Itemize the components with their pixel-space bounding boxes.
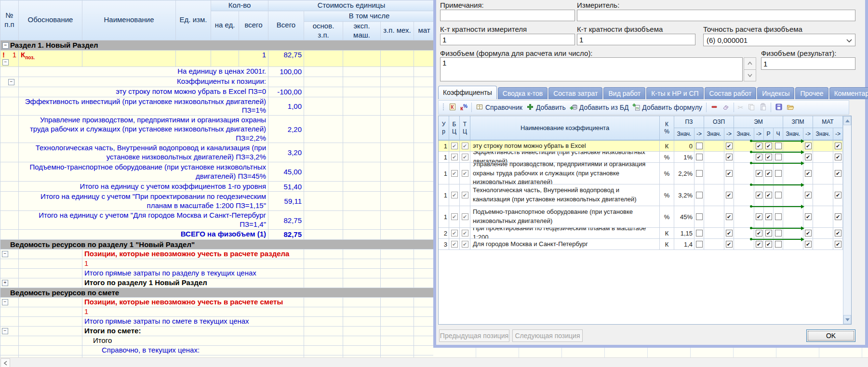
ozp-apply-checkbox[interactable]: ✔ (726, 170, 733, 177)
cell[interactable] (0, 336, 19, 345)
grid-cell[interactable] (734, 206, 754, 228)
row-label[interactable]: Итого (82, 336, 304, 345)
row-label[interactable]: Технологическая часть, Внутренний водопр… (19, 143, 268, 162)
cell[interactable] (0, 66, 19, 77)
coefficient-row-2[interactable]: 1✔✔Эффективность инвестиций (при установ… (439, 152, 843, 163)
row-value[interactable]: 100,00 (268, 66, 304, 77)
mult-volume-input[interactable] (577, 34, 695, 45)
pz-apply-checkbox[interactable] (696, 154, 703, 160)
zpm-apply-checkbox[interactable]: ✔ (805, 170, 812, 177)
row-value[interactable]: 3,20 (268, 143, 304, 162)
row-value[interactable]: 2,20 (268, 116, 304, 143)
grid-cell[interactable]: ✔ (833, 239, 843, 250)
section-label[interactable]: Раздел 1. Новый Раздел− (0, 40, 435, 50)
cell[interactable] (381, 297, 414, 307)
grid-cell[interactable]: ✔ (754, 228, 764, 239)
ozp-apply-checkbox[interactable]: ✔ (726, 230, 733, 236)
cell[interactable] (343, 50, 381, 66)
cell[interactable] (414, 326, 435, 336)
position-row[interactable]: !1−Кпоз.182,75 (0, 50, 435, 66)
level-cell[interactable]: 1 (439, 206, 449, 228)
cell[interactable] (381, 97, 414, 116)
bc-checkbox[interactable]: ✔ (451, 192, 458, 198)
grid-cell[interactable] (694, 152, 704, 163)
row-label[interactable]: Подъемно-транспортное оборудование (при … (19, 162, 268, 182)
position-basis[interactable]: Кпоз. (19, 50, 82, 66)
row-label[interactable]: Позиции, которые невозможно учесть в рас… (82, 249, 304, 259)
grid-cell[interactable] (734, 163, 754, 184)
level-cell[interactable]: 1 (439, 163, 449, 184)
grid-cell[interactable] (694, 206, 704, 228)
grid-cell[interactable]: ✔ (764, 206, 774, 228)
estimate-row[interactable]: Подъемно-транспортное оборудование (при … (0, 162, 435, 182)
mat-apply-checkbox[interactable]: ✔ (835, 143, 841, 149)
cell[interactable] (19, 345, 82, 355)
grid-cell[interactable] (813, 141, 833, 152)
grid-cell[interactable]: ✔ (803, 141, 813, 152)
horizontal-scrollbar[interactable] (0, 357, 868, 367)
section-row[interactable]: Раздел 1. Новый Раздел− (0, 40, 435, 50)
grid-cell[interactable]: ✔ (764, 184, 774, 206)
cell[interactable] (304, 345, 343, 355)
grid-vertical-scrollbar[interactable] (843, 116, 851, 324)
coefficient-name[interactable]: При проектировании по геодезическим план… (470, 228, 660, 239)
estimate-row[interactable]: Итого (0, 336, 435, 345)
grid-cell[interactable] (783, 206, 803, 228)
estimate-row[interactable]: 1 (0, 307, 435, 316)
position-quantity[interactable]: 1 (239, 50, 268, 66)
tab-5[interactable]: Состав работ (705, 87, 757, 99)
em-ch-checkbox[interactable] (775, 192, 782, 198)
cell[interactable] (414, 268, 435, 278)
cell[interactable] (381, 50, 414, 66)
kind-cell[interactable]: К (660, 239, 674, 250)
cell[interactable] (304, 278, 343, 288)
level-cell[interactable]: 1 (439, 152, 449, 163)
tc-checkbox[interactable]: ✔ (462, 143, 468, 149)
cell[interactable] (304, 143, 343, 162)
cell[interactable] (0, 259, 19, 268)
row-label[interactable]: 1 (82, 307, 304, 316)
row-value[interactable]: -100,00 (268, 87, 304, 97)
em-apply-checkbox[interactable]: ✔ (756, 154, 762, 160)
grid-cell[interactable] (813, 228, 833, 239)
section-label[interactable]: Ведомость ресурсов по разделу 1 "Новый Р… (0, 239, 435, 249)
bc-checkbox[interactable]: ✔ (451, 143, 458, 149)
cell[interactable] (414, 66, 435, 77)
level-cell[interactable]: 1 (439, 184, 449, 206)
tc-checkbox[interactable]: ✔ (462, 192, 468, 198)
row-value[interactable]: 59,11 (268, 192, 304, 211)
expander-icon[interactable]: − (8, 79, 14, 85)
row-value[interactable] (268, 77, 304, 87)
estimate-row[interactable]: −Коэффициенты к позиции: (0, 77, 435, 87)
pz-apply-checkbox[interactable] (696, 143, 703, 149)
cell[interactable] (19, 278, 82, 288)
pz-apply-checkbox[interactable] (696, 213, 703, 220)
grid-cell[interactable] (774, 152, 783, 163)
estimate-row[interactable]: −Позиции, которые невозможно учесть в ра… (0, 297, 435, 307)
cell[interactable] (0, 268, 19, 278)
cell[interactable] (0, 307, 19, 316)
cell[interactable] (343, 268, 381, 278)
cell[interactable] (304, 162, 343, 182)
tab-4[interactable]: К-ты к НР и СП (646, 87, 703, 99)
cell[interactable] (381, 77, 414, 87)
cell[interactable] (381, 87, 414, 97)
kind-cell[interactable]: % (660, 163, 674, 184)
previous-position-button[interactable]: Предыдущая позиция (439, 329, 509, 342)
grid-cell[interactable]: ✔ (754, 163, 764, 184)
cell[interactable] (304, 50, 343, 66)
row-value[interactable]: 1,00 (268, 97, 304, 116)
tab-7[interactable]: Прочее (795, 87, 828, 99)
expander-icon[interactable]: − (2, 299, 8, 305)
cell[interactable] (304, 182, 343, 192)
tc-checkbox[interactable]: ✔ (462, 154, 468, 160)
cell[interactable] (381, 307, 414, 316)
em-ch-checkbox[interactable] (775, 170, 782, 177)
cell[interactable] (414, 345, 435, 355)
grid-cell[interactable] (813, 152, 833, 163)
cell[interactable] (343, 326, 381, 336)
bc-checkbox[interactable]: ✔ (451, 241, 458, 248)
cell[interactable] (414, 297, 435, 307)
grid-cell[interactable]: ✔ (449, 152, 460, 163)
grid-cell[interactable] (734, 228, 754, 239)
